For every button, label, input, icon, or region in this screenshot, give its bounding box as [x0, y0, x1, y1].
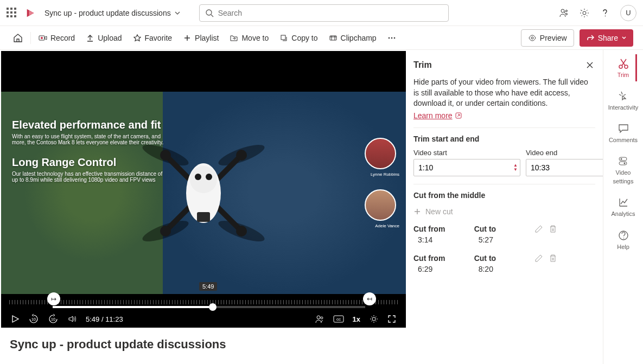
- stream-logo-icon[interactable]: [25, 7, 37, 19]
- trim-section-heading: Trim start and end: [413, 135, 595, 143]
- forward-10-button[interactable]: 10: [48, 314, 59, 324]
- rail-help[interactable]: Help: [617, 229, 629, 250]
- svg-point-24: [195, 174, 201, 180]
- video-frame: Elevated performance and fit With an eas…: [1, 92, 406, 294]
- breadcrumb[interactable]: Sync up - product update discussions: [44, 9, 181, 17]
- trim-start-handle[interactable]: ↦: [47, 292, 60, 305]
- more-button[interactable]: [384, 31, 399, 44]
- chevron-down-icon: [174, 10, 181, 16]
- video-player[interactable]: Elevated performance and fit With an eas…: [1, 51, 406, 328]
- participant-name-2: Adele Vance: [375, 223, 399, 228]
- rail-trim[interactable]: Trim: [617, 58, 629, 78]
- svg-point-29: [317, 316, 320, 319]
- search-input[interactable]: [218, 9, 443, 17]
- preview-button[interactable]: Preview: [521, 29, 574, 47]
- speed-button[interactable]: 1x: [353, 315, 360, 323]
- svg-point-25: [206, 174, 212, 180]
- volume-button[interactable]: [67, 314, 77, 324]
- search-box[interactable]: [199, 4, 449, 22]
- svg-point-5: [605, 15, 606, 16]
- upload-button[interactable]: Upload: [82, 31, 125, 44]
- search-icon: [205, 9, 214, 17]
- settings-icon[interactable]: [579, 8, 590, 18]
- svg-point-2: [566, 10, 568, 11]
- copyto-button[interactable]: Copy to: [276, 31, 321, 44]
- participant-avatar-1: [365, 138, 396, 169]
- player-settings-button[interactable]: [369, 314, 379, 324]
- svg-point-13: [531, 37, 533, 39]
- delete-cut-button[interactable]: [549, 225, 557, 250]
- svg-text:cc: cc: [336, 317, 341, 322]
- edit-cut-button[interactable]: [534, 225, 543, 250]
- svg-point-18: [160, 150, 171, 161]
- svg-point-23: [190, 166, 217, 193]
- svg-rect-39: [619, 162, 627, 165]
- svg-point-1: [561, 9, 564, 12]
- playlist-button[interactable]: Playlist: [180, 31, 222, 44]
- clipchamp-button[interactable]: Clipchamp: [326, 31, 380, 44]
- app-header: Sync up - product update discussions U: [0, 0, 643, 26]
- favorite-button[interactable]: Favorite: [130, 31, 176, 44]
- svg-rect-26: [197, 212, 210, 222]
- video-controls: 10 10 5:49 / 11:23 cc 1x: [1, 310, 406, 328]
- help-icon[interactable]: [600, 8, 610, 18]
- rail-comments[interactable]: Comments: [609, 123, 638, 143]
- drone-graphic: [133, 123, 274, 264]
- new-cut-button[interactable]: New cut: [413, 205, 595, 218]
- svg-text:10: 10: [31, 317, 36, 321]
- svg-rect-37: [619, 157, 627, 161]
- home-button[interactable]: [10, 31, 26, 45]
- record-button[interactable]: Record: [35, 31, 78, 44]
- captions-button[interactable]: cc: [333, 315, 344, 323]
- app-launcher-icon[interactable]: [7, 8, 17, 18]
- svg-point-12: [393, 37, 395, 39]
- svg-point-38: [621, 158, 622, 160]
- right-rail: Trim Interactivity Comments Videosetting…: [603, 50, 643, 364]
- video-title: Sync up - product update discussions: [0, 329, 407, 352]
- rail-analytics[interactable]: Analytics: [611, 196, 635, 217]
- delete-cut-button[interactable]: [549, 254, 557, 279]
- seek-thumb[interactable]: [209, 303, 217, 311]
- people-button[interactable]: [315, 314, 324, 324]
- svg-point-4: [583, 11, 586, 15]
- panel-description: Hide parts of your video from viewers. T…: [413, 77, 595, 109]
- rail-video-settings[interactable]: Videosettings: [613, 155, 634, 184]
- svg-point-11: [391, 37, 392, 39]
- svg-point-33: [372, 317, 375, 321]
- trim-panel: Trim Hide parts of your video from viewe…: [407, 50, 603, 364]
- svg-point-0: [206, 10, 212, 15]
- toolbar: Record Upload Favorite Playlist Move to …: [0, 26, 643, 50]
- svg-point-7: [41, 37, 43, 39]
- seek-tooltip: 5:49: [199, 282, 217, 291]
- trim-end-handle[interactable]: ↤: [363, 292, 376, 305]
- breadcrumb-title: Sync up - product update discussions: [44, 9, 171, 17]
- rail-interactivity[interactable]: Interactivity: [608, 90, 639, 111]
- video-end-input[interactable]: ▲▼: [526, 159, 603, 176]
- participant-avatar-2: [365, 189, 396, 221]
- svg-point-20: [160, 226, 171, 237]
- svg-point-30: [321, 317, 323, 319]
- person-share-icon[interactable]: [558, 8, 569, 18]
- svg-point-42: [623, 238, 624, 239]
- svg-rect-9: [330, 36, 336, 40]
- fullscreen-button[interactable]: [387, 315, 396, 323]
- cut-row-1: Cut from3:14 Cut to5:27: [413, 222, 595, 252]
- participant-name-1: Lynne Robbins: [371, 172, 399, 177]
- user-avatar[interactable]: U: [620, 5, 636, 21]
- rewind-10-button[interactable]: 10: [28, 314, 39, 324]
- close-panel-button[interactable]: [584, 60, 595, 71]
- learn-more-link[interactable]: Learn more: [413, 111, 462, 120]
- seek-bar[interactable]: ↦ ↤ 5:49: [9, 294, 398, 310]
- play-button[interactable]: [11, 315, 20, 323]
- svg-point-10: [388, 37, 390, 39]
- video-start-input[interactable]: ▲▼: [413, 159, 520, 176]
- moveto-button[interactable]: Move to: [226, 31, 272, 44]
- svg-rect-8: [281, 35, 285, 40]
- svg-point-19: [236, 150, 247, 161]
- cut-row-2: Cut from6:29 Cut to8:20: [413, 252, 595, 281]
- edit-cut-button[interactable]: [534, 254, 543, 279]
- spinner-icon[interactable]: ▲▼: [513, 163, 518, 172]
- video-end-label: Video end: [526, 149, 603, 157]
- share-button[interactable]: Share: [580, 29, 633, 47]
- video-start-label: Video start: [413, 149, 520, 157]
